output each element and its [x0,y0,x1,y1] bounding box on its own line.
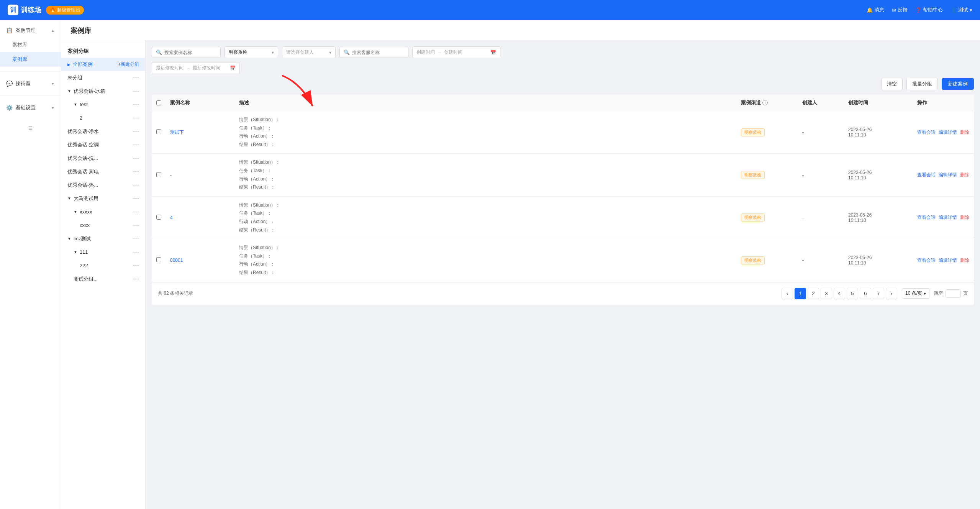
more-icon-test-group[interactable]: ⋯ [133,275,139,282]
creator-select[interactable]: 请选择创建人 ▾ [282,46,336,58]
view-conv-1[interactable]: 查看会话 [917,129,936,136]
td-checkbox-2[interactable] [152,167,166,183]
view-conv-2[interactable]: 查看会话 [917,172,936,178]
water-label: 优秀会话-净水 [67,128,99,135]
new-case-button[interactable]: 新建案例 [942,78,974,90]
group-item-ccz[interactable]: ▼ ccz测试 ⋯ [61,232,145,245]
more-icon-111[interactable]: ⋯ [133,248,139,256]
row4-checkbox[interactable] [156,257,161,262]
help-item[interactable]: ❓ 帮助中心 [915,7,943,13]
group-item-water[interactable]: 优秀会话-净水 ⋯ [61,125,145,138]
case-name-link-4[interactable]: 00001 [170,258,183,263]
row3-checkbox[interactable] [156,215,161,220]
batch-group-button[interactable]: 批量分组 [906,78,938,90]
view-conv-3[interactable]: 查看会话 [917,214,936,221]
bell-icon: 🔔 [867,7,873,13]
create-time-range[interactable]: 创建时间 → 创建时间 📅 [412,46,500,58]
more-icon-222[interactable]: ⋯ [133,262,139,269]
group-item-xxxx[interactable]: xxxx ⋯ [61,218,145,232]
search-case-icon: 🔍 [156,49,162,55]
page-next-btn[interactable]: › [886,288,897,299]
group-item-ungrouped[interactable]: 未分组 ⋯ [61,71,145,84]
search-service-field[interactable] [352,50,404,55]
sidebar-group-case-management[interactable]: 📋 案例管理 ▲ [0,23,61,38]
channel-info-icon[interactable]: i [762,100,768,105]
group-item-2[interactable]: 2 ⋯ [61,111,145,125]
page-btn-4[interactable]: 4 [834,288,845,299]
group-item-ac[interactable]: 优秀会话-空调 ⋯ [61,138,145,151]
user-section[interactable]: 👤 测试 ▾ [951,7,972,13]
edit-detail-4[interactable]: 编辑详情 [939,257,957,264]
page-btn-3[interactable]: 3 [821,288,832,299]
group-item-test-group[interactable]: 测试分组... ⋯ [61,272,145,286]
row2-checkbox[interactable] [156,172,161,177]
page-btn-1[interactable]: 1 [795,288,806,299]
modify-time-range[interactable]: 最后修改时间 → 最后修改时间 📅 [152,62,240,74]
page-btn-7[interactable]: 7 [873,288,884,299]
select-all-checkbox[interactable] [156,100,161,105]
th-checkbox[interactable] [152,99,166,106]
more-icon-water[interactable]: ⋯ [133,128,139,135]
more-icon-ccz[interactable]: ⋯ [133,235,139,242]
sidebar-group-reception[interactable]: 💬 接待室 ▼ [0,76,61,91]
group-item-222[interactable]: 222 ⋯ [61,259,145,272]
group-item-xxxxx[interactable]: ▼ xxxxx ⋯ [61,205,145,218]
delete-4[interactable]: 删除 [960,257,969,264]
jump-input[interactable] [946,289,961,298]
feedback-item[interactable]: ✉ 反馈 [892,7,908,13]
page-size-select[interactable]: 10 条/页 ▾ [902,288,929,299]
channel-select[interactable]: 明察质检 ▾ [225,46,278,58]
page-btn-5[interactable]: 5 [847,288,858,299]
edit-detail-3[interactable]: 编辑详情 [939,214,957,221]
group-item-kitchen[interactable]: 优秀会话-厨电 ⋯ [61,165,145,178]
group-item-111[interactable]: ▼ 111 ⋯ [61,245,145,259]
group-item-wash[interactable]: 优秀会话-洗... ⋯ [61,151,145,165]
panel-title: 案例分组 [61,45,145,58]
more-icon-xxxx[interactable]: ⋯ [133,222,139,229]
more-icon-test[interactable]: ⋯ [133,101,139,108]
more-icon-kitchen[interactable]: ⋯ [133,168,139,175]
td-checkbox-3[interactable] [152,210,166,225]
row1-checkbox[interactable] [156,129,161,134]
search-service-input[interactable]: 🔍 [339,47,408,58]
case-name-link-3[interactable]: 4 [170,215,173,220]
edit-detail-2[interactable]: 编辑详情 [939,172,957,178]
more-icon-ac[interactable]: ⋯ [133,141,139,148]
delete-3[interactable]: 删除 [960,214,969,221]
group-item-excellent-fridge[interactable]: ▼ 优秀会话-冰箱 ⋯ [61,84,145,98]
notification-item[interactable]: 🔔 消息 [867,7,884,13]
group-item-all[interactable]: ▶ 全部案例 +新建分组 [61,58,145,71]
delete-2[interactable]: 删除 [960,172,969,178]
new-group-button[interactable]: +新建分组 [118,61,139,68]
clear-button[interactable]: 清空 [881,78,903,90]
sidebar-item-cases[interactable]: 案例库 [0,52,61,67]
more-icon-dama[interactable]: ⋯ [133,195,139,202]
more-icon-hot[interactable]: ⋯ [133,181,139,189]
page-btn-6[interactable]: 6 [860,288,871,299]
more-icon-2[interactable]: ⋯ [133,114,139,122]
search-case-field[interactable] [164,50,216,55]
more-icon-fridge[interactable]: ⋯ [133,87,139,95]
page-btn-2[interactable]: 2 [808,288,819,299]
edit-detail-1[interactable]: 编辑详情 [939,129,957,136]
admin-badge-label: 超级管理员 [57,7,80,13]
more-icon-wash[interactable]: ⋯ [133,154,139,162]
delete-1[interactable]: 删除 [960,129,969,136]
view-conv-4[interactable]: 查看会话 [917,257,936,264]
sidebar-item-materials[interactable]: 素材库 [0,38,61,52]
page-prev-btn[interactable]: ‹ [782,288,793,299]
chevron-down-channel-icon: ▾ [272,50,274,55]
group-item-hot[interactable]: 优秀会话-热... ⋯ [61,178,145,192]
case-name-link-1[interactable]: 测试下 [170,130,184,135]
ac-label: 优秀会话-空调 [67,141,99,148]
more-icon-ungrouped[interactable]: ⋯ [133,74,139,81]
sidebar-collapse-btn[interactable]: ≡ [0,118,61,138]
more-icon-xxxxx[interactable]: ⋯ [133,208,139,215]
group-item-test[interactable]: ▼ test ⋯ [61,98,145,111]
td-checkbox-4[interactable] [152,253,166,268]
search-case-input[interactable]: 🔍 [152,47,221,58]
td-checkbox-1[interactable] [152,125,166,140]
sidebar-group-settings[interactable]: ⚙️ 基础设置 ▼ [0,100,61,115]
cases-table: 案例名称 描述 案例渠道 i 创建人 创建时间 [152,95,974,305]
group-item-dama[interactable]: ▼ 大马测试用 ⋯ [61,192,145,205]
